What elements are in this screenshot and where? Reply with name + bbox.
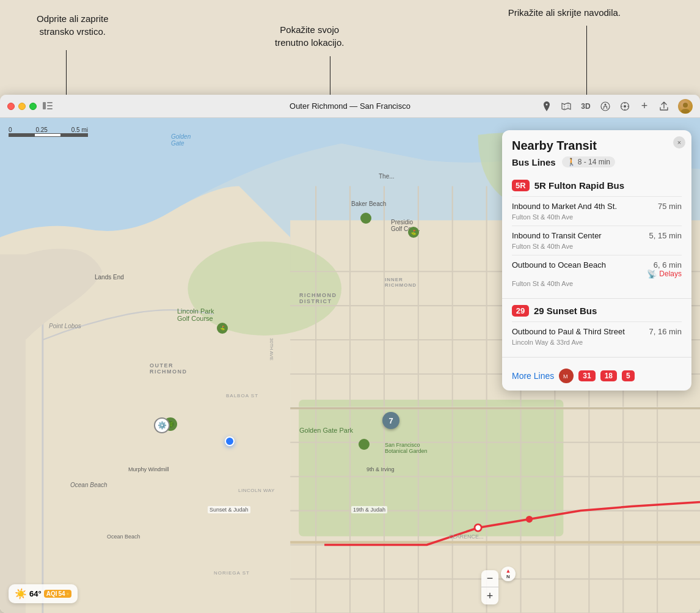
- accessibility-icon[interactable]: [600, 101, 611, 112]
- route-stop-29-1: Lincoln Way & 33rd Ave: [512, 339, 682, 346]
- more-lines-link[interactable]: More Lines: [512, 371, 554, 381]
- share-icon[interactable]: [658, 101, 669, 112]
- walk-time-badge: 🚶 8 - 14 min: [562, 156, 615, 167]
- scale-labels: 0 0.25 0.5 mi: [9, 127, 88, 133]
- poi-lincoln-park: ⛳: [217, 323, 228, 334]
- route-stop-3: Fulton St & 40th Ave: [512, 280, 682, 287]
- more-lines-divider: [502, 357, 691, 358]
- map-icon[interactable]: [561, 101, 572, 112]
- annotation-location: Pokažite svojo trenutno lokacijo.: [275, 23, 344, 49]
- route-badge-18[interactable]: 18: [600, 370, 617, 381]
- panel-close-button[interactable]: ×: [673, 136, 685, 149]
- route-badge-5[interactable]: 5: [622, 370, 635, 381]
- muni-icon-badge: M: [559, 369, 574, 383]
- 3d-button[interactable]: 3D: [580, 101, 591, 112]
- route-29-section: 29 29 Sunset Bus Outbound to Paul & Thir…: [502, 305, 691, 351]
- svg-point-44: [526, 516, 533, 523]
- scale-05: 0.5 mi: [71, 127, 88, 133]
- annotation-sidebar: Odprite ali zaprite stransko vrstico.: [37, 12, 109, 38]
- svg-rect-16: [299, 400, 563, 537]
- annotation-line-directions: [586, 26, 587, 95]
- aqi-dot: ●: [67, 591, 70, 596]
- route-5r-header: 5R 5R Fulton Rapid Bus: [512, 180, 682, 191]
- titlebar: Outer Richmond — San Francisco 3D: [0, 95, 700, 118]
- delay-text: Delays: [659, 270, 682, 278]
- scale-line: [9, 133, 88, 137]
- route-direction-3: Outbound to Ocean Beach: [512, 260, 647, 271]
- close-button[interactable]: [7, 103, 15, 110]
- recenter-icon[interactable]: [619, 101, 630, 112]
- toolbar-icons: 3D: [541, 99, 693, 114]
- svg-rect-0: [43, 102, 46, 109]
- svg-rect-2: [47, 105, 53, 106]
- route-badge-7[interactable]: 7: [382, 412, 399, 429]
- scale-025: 0.25: [35, 127, 47, 133]
- route-time-3: 6, 6 min: [654, 260, 682, 270]
- window-title: Outer Richmond — San Francisco: [290, 101, 410, 111]
- zoom-in-button[interactable]: +: [481, 587, 498, 604]
- route-5r-badge: 5R: [512, 180, 530, 191]
- svg-point-45: [475, 524, 481, 531]
- walk-time: 8 - 14 min: [578, 158, 610, 166]
- aqi-label: AQI: [46, 590, 57, 597]
- zoom-controls: − +: [481, 570, 498, 604]
- scale-bar: 0 0.25 0.5 mi: [9, 127, 88, 137]
- annotation-line-location: [330, 56, 330, 95]
- panel-subtitle: Bus Lines: [512, 157, 556, 167]
- panel-header: × Nearby Transit Bus Lines 🚶 8 - 14 min: [502, 130, 691, 174]
- poi-presidio-golf: ⛳: [408, 227, 419, 238]
- panel-subtitle-row: Bus Lines 🚶 8 - 14 min: [512, 156, 682, 167]
- route-time-1: 75 min: [658, 202, 682, 211]
- aqi-value: 54: [58, 590, 65, 597]
- route-direction-1: Inbound to Market And 4th St.: [512, 202, 658, 212]
- add-icon[interactable]: +: [639, 101, 650, 112]
- poi-windmill-icon: ⚙️: [154, 417, 170, 433]
- svg-point-12: [683, 103, 688, 108]
- route-entry-outbound-ocean[interactable]: Outbound to Ocean Beach 6, 6 min 📡 Delay…: [512, 255, 682, 292]
- route-29-header: 29 29 Sunset Bus: [512, 305, 682, 317]
- minimize-button[interactable]: [18, 103, 26, 110]
- more-lines-row: More Lines M 31 18 5: [502, 364, 691, 383]
- svg-rect-1: [47, 102, 53, 103]
- route-direction-2: Inbound to Transit Center: [512, 231, 649, 241]
- scale-0: 0: [9, 127, 12, 133]
- route-entry-inbound-market[interactable]: Inbound to Market And 4th St. 75 min Ful…: [512, 196, 682, 226]
- avatar[interactable]: [678, 99, 693, 114]
- maximize-button[interactable]: [29, 103, 37, 110]
- map-container[interactable]: GoldenGate The... Baker Beach PresidioGo…: [0, 118, 700, 613]
- svg-text:M: M: [563, 373, 568, 380]
- weather-temp: 64°: [29, 589, 42, 598]
- walk-icon: 🚶: [567, 158, 576, 166]
- svg-point-5: [605, 103, 607, 105]
- route-5r-section: 5R 5R Fulton Rapid Bus Inbound to Market…: [502, 180, 691, 292]
- section-divider: [502, 298, 691, 299]
- weather-widget: ☀️ 64° AQI 54 ●: [9, 584, 78, 603]
- route-stop-1: Fulton St & 40th Ave: [512, 213, 682, 221]
- annotation-directions: Prikažite ali skrijte navodila.: [508, 6, 621, 19]
- route-entry-outbound-paul[interactable]: Outbound to Paul & Third Street 7, 16 mi…: [512, 321, 682, 351]
- user-location-dot: [225, 436, 235, 446]
- location-icon[interactable]: [541, 101, 552, 112]
- route-direction-29-1: Outbound to Paul & Third Street: [512, 327, 649, 337]
- svg-rect-3: [47, 108, 53, 109]
- sidebar-toggle-icon[interactable]: [43, 101, 53, 111]
- route-29-name: 29 Sunset Bus: [534, 306, 597, 316]
- delay-icon: 📡: [647, 270, 657, 279]
- route-time-29-1: 7, 16 min: [649, 327, 682, 336]
- route-29-badge: 29: [512, 305, 529, 317]
- panel-title: Nearby Transit: [512, 139, 682, 153]
- weather-icon: ☀️: [15, 588, 27, 600]
- app-window: Outer Richmond — San Francisco 3D: [0, 95, 700, 613]
- compass: ▲ N: [501, 567, 516, 581]
- transit-panel: × Nearby Transit Bus Lines 🚶 8 - 14 min …: [502, 130, 691, 391]
- route-entry-inbound-transit[interactable]: Inbound to Transit Center 5, 15 min Fult…: [512, 226, 682, 255]
- annotation-line-sidebar: [66, 50, 67, 95]
- traffic-lights: [7, 103, 37, 110]
- svg-point-13: [681, 109, 690, 114]
- route-stop-2: Fulton St & 40th Ave: [512, 243, 682, 250]
- route-badge-31[interactable]: 31: [578, 370, 595, 381]
- route-5r-name: 5R Fulton Rapid Bus: [534, 180, 625, 191]
- svg-point-17: [188, 241, 341, 336]
- zoom-out-button[interactable]: −: [481, 570, 498, 587]
- svg-point-7: [624, 105, 626, 108]
